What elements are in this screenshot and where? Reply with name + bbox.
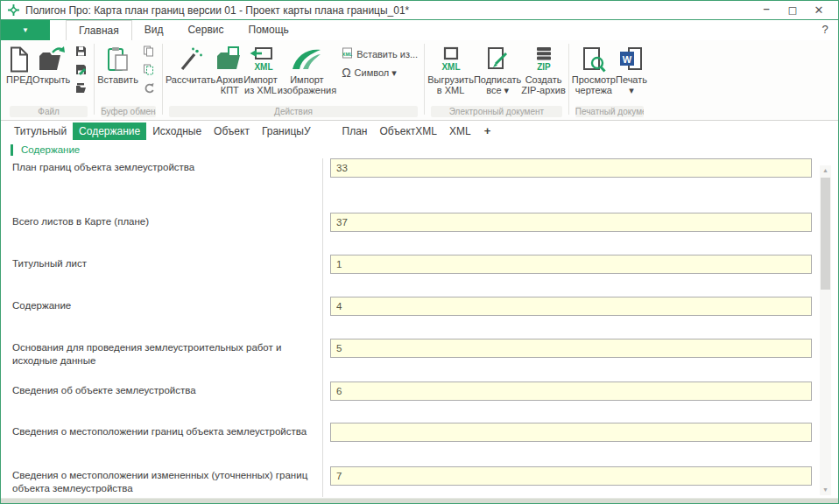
scroll-up-icon[interactable]: ▲ xyxy=(820,165,831,176)
print-button[interactable]: W Печать ▾ xyxy=(616,43,647,95)
group-label-actions: Действия xyxy=(169,106,418,117)
doctab-soderzhanie[interactable]: Содержание xyxy=(73,122,146,140)
ribbon-separator xyxy=(162,44,163,115)
form-row: План границ объекта землеустройства xyxy=(2,158,837,199)
form-row: Сведения о местоположении границ объекта… xyxy=(2,423,837,463)
copy-button[interactable] xyxy=(141,45,157,60)
save-button[interactable] xyxy=(73,45,88,60)
close-button[interactable]: ✕ xyxy=(812,3,826,18)
field-label: Сведения о местоположении измененных (ут… xyxy=(12,469,314,495)
paste-button[interactable]: Вставить xyxy=(97,43,138,85)
boundaries-location-field[interactable] xyxy=(330,423,812,442)
ribbon-tabs: Главная Вид Сервис Помощь xyxy=(66,20,301,40)
image-import-icon xyxy=(291,45,322,74)
undo-button[interactable] xyxy=(141,81,157,96)
window-controls: – ◻ ✕ xyxy=(759,3,826,18)
ribbon-group-file: ПРЕД Открыть xyxy=(4,40,93,120)
file-small-buttons xyxy=(70,43,91,98)
form-row: Сведения о местоположении измененных (ут… xyxy=(2,466,837,497)
doctab-ishodnye[interactable]: Исходные xyxy=(146,122,208,140)
paste-special-icon xyxy=(143,63,154,79)
app-crosshair-icon xyxy=(8,4,19,16)
copy-icon xyxy=(143,45,154,60)
tab-vid[interactable]: Вид xyxy=(132,20,176,40)
sign-pen-icon xyxy=(484,45,511,74)
xml-export-icon: XML xyxy=(438,45,464,74)
file-menu-button[interactable]: ▼ xyxy=(1,20,50,40)
title-sheet-field[interactable] xyxy=(330,255,812,274)
form-row: Всего листов в Карте (плане) xyxy=(2,213,837,253)
pred-button[interactable]: ПРЕД xyxy=(6,43,32,85)
contents-field[interactable] xyxy=(330,297,812,316)
field-label: Всего листов в Карте (плане) xyxy=(12,215,314,228)
doctab-xml[interactable]: XML xyxy=(443,122,477,140)
form-row: Сведения об объекте землеустройства xyxy=(2,382,837,422)
preview-drawing-button[interactable]: Просмотр чертежа xyxy=(572,43,616,95)
paste-from-button[interactable]: XML Вставить из... xyxy=(342,46,418,62)
calculate-button[interactable]: Рассчитать xyxy=(166,43,215,85)
titlebar: Полигон Про: Карта план границ версии 01… xyxy=(1,1,838,20)
tab-servis[interactable]: Сервис xyxy=(175,20,236,40)
boundary-plan-field[interactable] xyxy=(330,158,812,178)
save-as-button[interactable] xyxy=(73,63,88,78)
scroll-down-icon[interactable]: ▼ xyxy=(820,485,831,495)
scrollbar-thumb[interactable] xyxy=(821,178,830,290)
word-document-icon: W xyxy=(618,45,645,74)
save-close-button[interactable] xyxy=(73,81,88,96)
minimize-button[interactable]: – xyxy=(759,1,773,17)
ribbon: ПРЕД Открыть xyxy=(1,40,838,121)
open-button[interactable]: Открыть xyxy=(32,43,70,85)
ribbon-separator xyxy=(568,44,569,115)
field-label: Содержание xyxy=(12,299,314,312)
vertical-scrollbar[interactable]: ▲ ▼ xyxy=(820,165,831,495)
tab-pomosch[interactable]: Помощь xyxy=(236,20,301,40)
field-label: План границ объекта землеустройства xyxy=(12,161,314,174)
section-accent-bar xyxy=(11,144,13,156)
import-image-button[interactable]: Импорт изображения xyxy=(278,43,336,95)
field-label: Титульный лист xyxy=(12,257,314,270)
ribbon-group-edoc: XML Выгрузить в XML Подписать все ▾ xyxy=(426,40,568,120)
paste-special-button[interactable] xyxy=(141,63,157,78)
xml-import-icon: XML xyxy=(246,45,276,74)
changed-boundaries-field[interactable] xyxy=(330,466,812,486)
group-label-clipboard: Буфер обмена xyxy=(101,106,156,117)
group-label-edoc: Электронный документ xyxy=(431,106,562,117)
field-label: Сведения об объекте землеустройства xyxy=(12,384,314,397)
object-info-field[interactable] xyxy=(330,382,812,401)
xml-page-icon: XML xyxy=(342,46,353,62)
archive-kpt-button[interactable]: Архив КПТ xyxy=(215,43,243,95)
window-title: Полигон Про: Карта план границ версии 01… xyxy=(25,4,759,17)
app-window: Полигон Про: Карта план границ версии 01… xyxy=(0,0,839,504)
window-bottom-edge xyxy=(1,498,838,503)
ribbon-separator xyxy=(94,44,95,115)
undo-icon xyxy=(143,81,154,97)
field-label: Основания для проведения землеустроитель… xyxy=(12,341,314,368)
maximize-button[interactable]: ◻ xyxy=(786,3,800,18)
actions-small-buttons: XML Вставить из... Ω Символ ▾ xyxy=(336,43,421,80)
doctab-granicy[interactable]: ГраницыУ xyxy=(256,122,317,140)
ribbon-group-actions: Рассчитать Архив КПТ xyxy=(164,40,423,120)
import-xml-button[interactable]: XML Импорт из XML xyxy=(243,43,277,95)
clipboard-small-buttons xyxy=(138,43,159,98)
svg-text:ZIP: ZIP xyxy=(537,62,551,72)
section-header: Содержание xyxy=(1,141,838,158)
magic-wand-icon xyxy=(178,45,204,74)
help-button[interactable]: ? xyxy=(819,23,831,36)
ribbon-group-print: Просмотр чертежа W Печать ▾ Печатный док… xyxy=(570,40,649,120)
doctab-titulny[interactable]: Титульный xyxy=(8,122,73,140)
ribbon-group-clipboard: Вставить xyxy=(95,40,161,120)
grounds-field[interactable] xyxy=(330,339,812,358)
create-zip-button[interactable]: ZIP Создать ZIP-архив xyxy=(521,43,565,95)
export-xml-button[interactable]: XML Выгрузить в XML xyxy=(427,43,474,95)
document-tabs: Титульный Содержание Исходные Объект Гра… xyxy=(1,121,838,141)
total-sheets-field[interactable] xyxy=(330,213,812,232)
omega-icon: Ω xyxy=(342,66,350,79)
symbol-button[interactable]: Ω Символ ▾ xyxy=(342,65,418,80)
doctab-obekt[interactable]: Объект xyxy=(208,122,256,140)
ribbon-separator xyxy=(424,44,425,115)
add-tab-button[interactable]: + xyxy=(481,124,495,137)
sign-all-button[interactable]: Подписать все ▾ xyxy=(474,43,521,95)
doctab-plan[interactable]: План xyxy=(336,122,374,140)
tab-glavnaya[interactable]: Главная xyxy=(66,20,132,40)
doctab-obektxml[interactable]: ОбъектXML xyxy=(374,122,444,140)
